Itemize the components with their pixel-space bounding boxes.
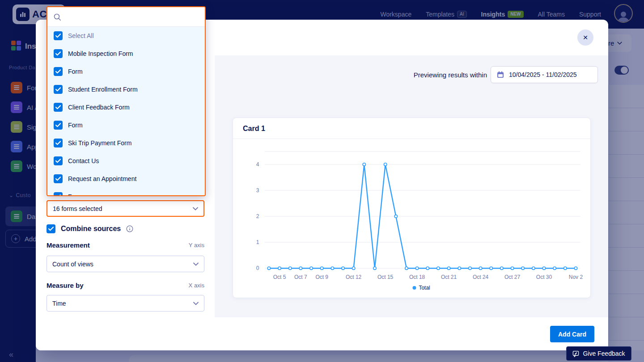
forms-select-value: 16 forms selected	[53, 205, 102, 212]
search-icon	[53, 13, 61, 21]
checkbox-checked-icon[interactable]	[54, 174, 63, 183]
checkbox-checked-icon[interactable]	[54, 85, 63, 94]
measure-by-label: Measure by	[47, 282, 84, 289]
measure-by-select[interactable]: Time	[47, 295, 204, 311]
combine-sources-row[interactable]: Combine sources	[47, 223, 133, 234]
measurement-field-row: Measurement Y axis	[47, 241, 204, 249]
svg-text:Oct 24: Oct 24	[473, 274, 489, 280]
svg-text:Oct 18: Oct 18	[409, 274, 425, 280]
forms-dropdown-option[interactable]: Mobile Inspection Form	[47, 45, 205, 63]
measurement-select[interactable]: Count of views	[47, 256, 204, 272]
chevron-down-icon	[193, 262, 199, 266]
svg-text:Oct 12: Oct 12	[346, 274, 362, 280]
check-icon	[55, 87, 61, 92]
calendar-icon	[496, 71, 504, 79]
chevron-down-icon	[193, 302, 199, 305]
check-icon	[55, 34, 61, 38]
forms-dropdown: Select AllMobile Inspection FormFormStud…	[47, 6, 206, 196]
svg-text:2: 2	[256, 213, 259, 219]
forms-dropdown-option-label: Mobile Inspection Form	[68, 50, 133, 57]
svg-text:Total: Total	[419, 285, 430, 291]
forms-dropdown-option-label: Contact Us	[68, 157, 99, 164]
preview-header: Previewing results within 10/04/2025 - 1…	[414, 66, 598, 83]
checkbox-checked-icon[interactable]	[54, 156, 63, 165]
svg-text:Oct 27: Oct 27	[504, 274, 521, 280]
forms-dropdown-option[interactable]: Client Feedback Form	[47, 98, 205, 116]
measure-by-select-value: Time	[52, 300, 66, 307]
forms-search	[47, 7, 205, 27]
checkbox-checked-icon[interactable]	[54, 31, 63, 40]
checkbox-checked-icon[interactable]	[54, 49, 63, 58]
check-icon	[55, 105, 61, 109]
forms-dropdown-option-label: Request an Appointment	[68, 175, 136, 182]
svg-text:1: 1	[256, 239, 259, 245]
preview-card: Card 1 01234Oct 5Oct 7Oct 9Oct 12Oct 15O…	[233, 118, 591, 298]
svg-text:Oct 5: Oct 5	[273, 274, 286, 280]
forms-dropdown-option[interactable]: Form	[47, 116, 205, 134]
forms-dropdown-option-label: Form	[68, 193, 83, 195]
measure-by-field-row: Measure by X axis	[47, 282, 204, 289]
forms-dropdown-option[interactable]: Request an Appointment	[47, 170, 205, 188]
svg-text:3: 3	[256, 187, 259, 194]
checkbox-checked-icon[interactable]	[54, 139, 63, 147]
date-range-value: 10/04/2025 - 11/02/2025	[509, 71, 577, 78]
add-card-button[interactable]: Add Card	[550, 326, 594, 342]
give-feedback-button[interactable]: Give Feedback	[566, 346, 631, 361]
feedback-icon	[572, 350, 579, 357]
svg-text:Oct 15: Oct 15	[377, 274, 394, 280]
forms-dropdown-list: Select AllMobile Inspection FormFormStud…	[47, 27, 205, 195]
x-axis-label: X axis	[189, 282, 204, 289]
checkbox-checked-icon[interactable]	[54, 67, 63, 76]
y-axis-label: Y axis	[189, 242, 204, 248]
forms-dropdown-option-label: Student Enrollment Form	[68, 86, 138, 93]
check-icon	[55, 177, 61, 181]
forms-dropdown-option-label: Select All	[68, 32, 94, 39]
check-icon	[48, 227, 54, 231]
checkbox-checked-icon[interactable]	[54, 103, 63, 112]
svg-text:Oct 30: Oct 30	[536, 274, 552, 280]
card-chart: 01234Oct 5Oct 7Oct 9Oct 12Oct 15Oct 18Oc…	[233, 139, 590, 298]
check-icon	[55, 159, 61, 163]
check-icon	[55, 194, 61, 195]
combine-sources-checkbox[interactable]	[47, 224, 55, 233]
check-icon	[55, 123, 61, 127]
checkbox-checked-icon[interactable]	[54, 121, 63, 130]
check-icon	[55, 51, 61, 56]
close-button[interactable]: ×	[577, 29, 593, 46]
close-icon: ×	[583, 33, 588, 42]
svg-text:Oct 21: Oct 21	[441, 274, 457, 280]
forms-dropdown-option-label: Form	[68, 122, 83, 129]
measurement-select-value: Count of views	[52, 261, 93, 268]
check-icon	[55, 69, 61, 74]
forms-dropdown-option[interactable]: Form	[47, 63, 205, 80]
date-range-picker[interactable]: 10/04/2025 - 11/02/2025	[491, 66, 598, 83]
svg-text:4: 4	[256, 161, 259, 168]
forms-dropdown-option[interactable]: Select All	[47, 27, 205, 45]
forms-dropdown-option-label: Ski Trip Payment Form	[68, 139, 131, 147]
forms-dropdown-option[interactable]: Contact Us	[47, 152, 205, 170]
forms-dropdown-option[interactable]: Form	[47, 188, 205, 195]
forms-dropdown-option-label: Form	[68, 68, 83, 75]
svg-text:Nov 2: Nov 2	[569, 274, 583, 280]
card-title: Card 1	[233, 118, 590, 139]
svg-text:Oct 7: Oct 7	[294, 274, 307, 280]
modal-footer: Add Card	[36, 317, 608, 350]
give-feedback-label: Give Feedback	[583, 350, 625, 357]
measurement-label: Measurement	[47, 241, 90, 249]
previewing-results-label: Previewing results within	[414, 71, 487, 79]
check-icon	[55, 141, 61, 145]
forms-dropdown-option[interactable]: Ski Trip Payment Form	[47, 134, 205, 152]
forms-select[interactable]: 16 forms selected	[47, 200, 204, 217]
info-icon[interactable]	[126, 225, 133, 232]
checkbox-checked-icon[interactable]	[54, 192, 63, 195]
forms-search-input[interactable]	[65, 13, 199, 21]
screen: AC WorkspaceTemplatesAIInsightsNEWAll Te…	[0, 0, 644, 362]
forms-dropdown-option-label: Client Feedback Form	[68, 104, 130, 111]
svg-text:0: 0	[256, 265, 259, 271]
chevron-down-icon	[193, 207, 198, 210]
forms-dropdown-option[interactable]: Student Enrollment Form	[47, 80, 205, 98]
combine-sources-label: Combine sources	[61, 225, 121, 233]
svg-text:Oct 9: Oct 9	[315, 274, 328, 280]
preview-panel: Previewing results within 10/04/2025 - 1…	[215, 55, 608, 317]
